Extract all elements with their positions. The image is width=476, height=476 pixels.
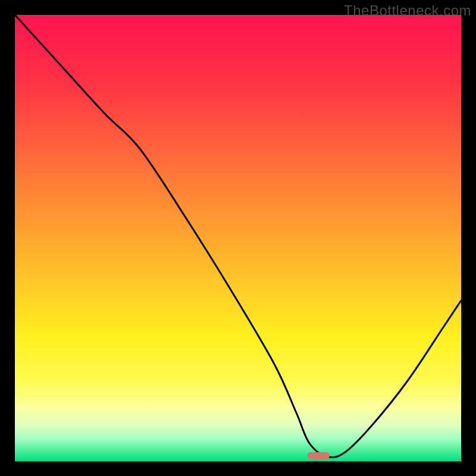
chart-area xyxy=(15,15,461,461)
chart-svg xyxy=(15,15,461,461)
optimal-marker xyxy=(307,452,330,459)
chart-container: TheBottleneck.com xyxy=(0,0,476,476)
gradient-background xyxy=(15,15,461,461)
